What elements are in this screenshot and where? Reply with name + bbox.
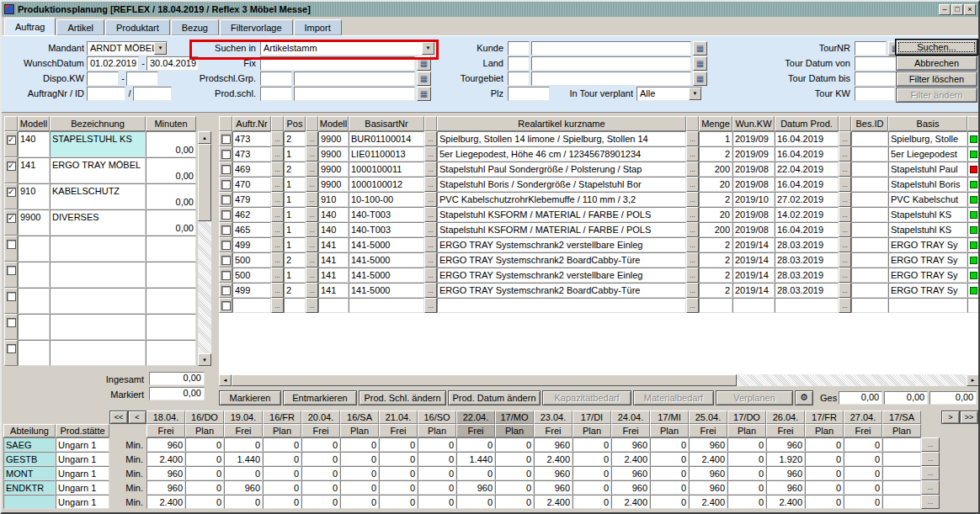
day-date-header[interactable]: 25.04.	[689, 411, 727, 424]
plan-cell[interactable]: 0	[805, 480, 844, 495]
order-realartikel-cell[interactable]: Stapelstuhl Paul Sondergröße / Polsterun…	[437, 162, 686, 177]
day-week-header[interactable]: 16/SA	[340, 411, 379, 424]
order-menge-cell[interactable]: 2	[699, 252, 732, 268]
dispokw-bis-input[interactable]	[126, 72, 158, 86]
model-checkbox[interactable]	[7, 344, 16, 353]
frei-cell[interactable]: 2.400	[766, 495, 805, 509]
prod-schl-aendern-button[interactable]: Prod. Schl. ändern	[359, 390, 446, 405]
kunde-lov-button[interactable]: ▦	[693, 41, 707, 56]
order-row[interactable]: 500 ... 1 ... 141 141-5000 ... ERGO TRAY…	[219, 268, 979, 283]
frei-cell[interactable]: 0	[379, 480, 418, 495]
pos-lov-button[interactable]: ...	[306, 146, 318, 162]
cap-first-button[interactable]: <<	[109, 411, 128, 424]
model-nr-cell[interactable]: 140	[18, 131, 50, 157]
frei-cell[interactable]: 960	[534, 437, 573, 452]
order-realartikel-cell[interactable]: ERGO TRAY Systemschrank2 verstellbare Ei…	[437, 268, 686, 283]
model-nr-cell[interactable]: 141	[18, 157, 50, 183]
order-checkbox[interactable]	[221, 256, 231, 265]
order-besid-cell[interactable]	[851, 192, 888, 207]
datum-calendar-button[interactable]: ...	[839, 283, 851, 298]
datum-calendar-button[interactable]: ...	[839, 268, 851, 283]
order-menge-cell[interactable]: 20	[699, 177, 732, 192]
model-row[interactable]	[4, 340, 211, 366]
plan-cell[interactable]: 0	[495, 452, 534, 466]
plan-cell[interactable]: 0	[805, 452, 844, 466]
order-pos-cell[interactable]: 1	[284, 268, 306, 283]
day-week-header[interactable]: 17/DI	[573, 411, 611, 424]
model-row[interactable]	[4, 314, 211, 340]
order-wunkw-cell[interactable]: 2019/08	[732, 207, 775, 222]
order-modell-cell[interactable]: 9900	[318, 131, 349, 146]
datum-calendar-button[interactable]: ...	[839, 222, 851, 237]
order-checkbox[interactable]	[221, 150, 231, 159]
order-basisartnr-cell[interactable]: 141-5000	[349, 283, 424, 298]
model-row[interactable]: 910 KABELSCHUTZ 0,00	[4, 183, 211, 209]
prodschl-name-input[interactable]	[294, 87, 415, 101]
datum-calendar-button[interactable]: ...	[839, 237, 851, 252]
plan-cell[interactable]: 0	[185, 466, 224, 480]
day-week-header[interactable]: 17/MO	[495, 411, 534, 424]
abbrechen-button[interactable]: Abbrechen	[896, 56, 977, 71]
plan-cell[interactable]: 0	[573, 452, 611, 466]
model-nr-cell[interactable]	[18, 314, 50, 340]
cap-last-button[interactable]: >>	[960, 411, 978, 424]
order-auftrnr-cell[interactable]: 462	[232, 207, 271, 222]
day-week-header[interactable]: 16/DO	[185, 411, 224, 424]
model-row[interactable]: 140 STAPELSTUHL KS 0,00	[4, 131, 211, 157]
plan-cell[interactable]: 0	[418, 437, 456, 452]
close-button[interactable]: ×	[964, 4, 976, 15]
order-basis-cell[interactable]: PVC Kabelschut	[888, 192, 967, 207]
order-menge-cell[interactable]: 2	[699, 268, 732, 283]
model-checkbox[interactable]	[7, 135, 16, 145]
realartikel-lov-button[interactable]: ...	[686, 192, 699, 207]
order-datum-cell[interactable]: 16.04.2019	[775, 131, 839, 146]
plan-cell[interactable]: 0	[573, 495, 611, 509]
order-auftrnr-cell[interactable]: 473	[232, 146, 271, 162]
pos-lov-button[interactable]: ...	[306, 252, 318, 268]
order-row[interactable]: 500 ... 2 ... 141 141-5000 ... ERGO TRAY…	[219, 252, 979, 268]
order-auftrnr-cell[interactable]: 469	[232, 162, 271, 177]
plan-cell[interactable]: 0	[263, 466, 301, 480]
model-checkbox[interactable]	[7, 214, 16, 223]
plan-cell[interactable]: 0	[573, 466, 611, 480]
order-checkbox[interactable]	[221, 165, 231, 174]
frei-cell[interactable]: 0	[456, 466, 495, 480]
order-realartikel-cell[interactable]: ERGO TRAY Systemschrank2 BoardCabby-Türe	[437, 252, 686, 268]
order-wunkw-cell[interactable]: 2019/14	[732, 237, 775, 252]
plan-cell[interactable]: 0	[495, 495, 534, 509]
order-datum-cell[interactable]: 28.03.2019	[775, 283, 839, 298]
plan-cell[interactable]: 0	[573, 437, 611, 452]
pos-lov-button[interactable]: ...	[306, 162, 318, 177]
order-auftrnr-cell[interactable]: 479	[232, 192, 271, 207]
dispokw-von-input[interactable]	[87, 72, 119, 86]
datum-calendar-button[interactable]: ...	[839, 252, 851, 268]
order-besid-cell[interactable]	[851, 237, 888, 252]
basisart-lov-button[interactable]: ...	[424, 252, 437, 268]
order-basis-cell[interactable]: ERGO TRAY Sy	[888, 237, 967, 252]
auftr-lov-button[interactable]: ...	[271, 252, 284, 268]
auftrag-id-input[interactable]	[133, 87, 172, 101]
tournr-input[interactable]	[855, 41, 887, 56]
order-auftrnr-cell[interactable]	[232, 298, 271, 313]
pos-lov-button[interactable]: ...	[306, 283, 318, 298]
scrollbar-thumb[interactable]	[198, 144, 211, 221]
tour-kw-input[interactable]	[855, 87, 895, 101]
model-minuten-cell[interactable]	[146, 288, 196, 314]
order-basis-cell[interactable]: ERGO TRAY Sy	[888, 252, 967, 268]
model-nr-cell[interactable]: 910	[18, 183, 50, 209]
frei-cell[interactable]: 0	[456, 495, 495, 509]
order-auftrnr-cell[interactable]: 499	[232, 283, 271, 298]
order-row[interactable]: ... ... ... ... ...	[219, 298, 979, 313]
capacity-row[interactable]: ENDKTR Ungarn 1 Min. 960 0 960 0 0 0 0 0…	[3, 480, 980, 495]
order-pos-cell[interactable]: 1	[284, 177, 306, 192]
order-pos-cell[interactable]: 1	[284, 237, 306, 252]
frei-cell[interactable]: 0	[301, 480, 340, 495]
plan-cell[interactable]	[882, 466, 921, 480]
order-datum-cell[interactable]: 28.03.2019	[775, 268, 839, 283]
realartikel-lov-button[interactable]: ...	[686, 268, 699, 283]
frei-cell[interactable]: 960	[146, 437, 185, 452]
order-basis-cell[interactable]	[888, 298, 967, 313]
frei-cell[interactable]: 2.400	[534, 495, 573, 509]
tab-filtervorlage[interactable]: Filtervorlage	[220, 19, 293, 35]
prod-datum-aendern-button[interactable]: Prod. Datum ändern	[448, 390, 541, 405]
